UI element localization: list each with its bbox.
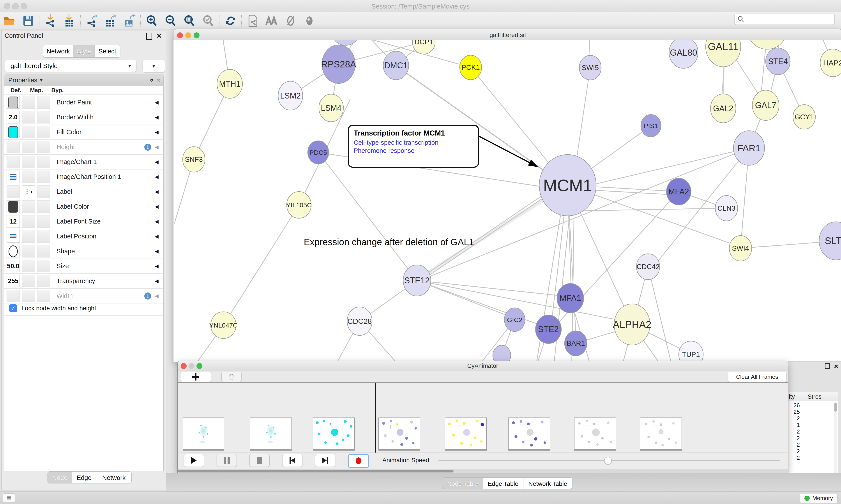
- cell-def[interactable]: [6, 96, 20, 109]
- cell-map[interactable]: [22, 111, 35, 124]
- table-cell[interactable]: 2: [788, 442, 800, 448]
- expand-row-icon[interactable]: ◀: [155, 278, 159, 284]
- pause-button[interactable]: [217, 454, 237, 467]
- cell-map[interactable]: [22, 96, 35, 109]
- network-window-titlebar[interactable]: galFiltered.sif: [174, 29, 841, 40]
- info-icon[interactable]: i: [144, 292, 151, 300]
- cell-map[interactable]: [22, 141, 35, 153]
- expand-row-icon[interactable]: ◀: [155, 100, 159, 105]
- network-node-topcut[interactable]: [332, 40, 359, 45]
- stop-button[interactable]: [249, 454, 270, 467]
- network-edge[interactable]: [648, 267, 671, 361]
- property-row-border-width[interactable]: 2.0Border Width◀: [4, 110, 163, 125]
- network-file-icon[interactable]: [244, 14, 262, 28]
- cell-byp[interactable]: [37, 126, 50, 138]
- cell-byp[interactable]: [37, 290, 50, 302]
- memory-button[interactable]: Memory: [800, 493, 838, 503]
- animation-frame-4[interactable]: [378, 417, 420, 449]
- cell-byp[interactable]: [37, 275, 50, 287]
- close-panel-icon[interactable]: ×: [834, 362, 838, 371]
- cell-byp[interactable]: [37, 170, 50, 183]
- expand-row-icon[interactable]: ◀: [155, 264, 159, 269]
- cell-byp[interactable]: [37, 245, 50, 257]
- tab-edge[interactable]: Edge: [72, 472, 96, 483]
- export-network-icon[interactable]: [82, 14, 101, 28]
- cell-map[interactable]: [22, 156, 35, 168]
- collapse-all-icon[interactable]: »: [155, 78, 162, 82]
- import-network-icon[interactable]: [41, 14, 60, 28]
- property-row-label-color[interactable]: Label Color◀: [4, 199, 163, 214]
- property-row-height[interactable]: Heighti◀: [4, 140, 163, 155]
- cell-byp[interactable]: [37, 200, 50, 213]
- add-frame-button[interactable]: [180, 372, 211, 382]
- cell-def[interactable]: [6, 126, 20, 138]
- property-row-label[interactable]: ⋮›Label◀: [4, 184, 163, 199]
- annotation-link-1[interactable]: Cell-type-specific transcription: [354, 139, 473, 146]
- tab-node-table[interactable]: Node Table: [442, 478, 483, 489]
- property-row-size[interactable]: 50.0Size◀: [4, 259, 163, 274]
- table-scrollbar[interactable]: [834, 402, 837, 481]
- network-edge[interactable]: [578, 208, 727, 211]
- export-table-icon[interactable]: [101, 14, 120, 28]
- cell-def[interactable]: [6, 170, 20, 183]
- delete-frame-button[interactable]: [221, 372, 241, 382]
- panel-menu-button[interactable]: ≣: [3, 493, 15, 503]
- network-edge[interactable]: [318, 152, 417, 281]
- cell-byp[interactable]: [37, 141, 50, 153]
- cell-def[interactable]: [6, 156, 20, 168]
- zoom-in-icon[interactable]: [142, 14, 161, 28]
- lock-size-checkbox[interactable]: ✓: [9, 304, 17, 312]
- column-header-stress[interactable]: Stres: [808, 393, 822, 400]
- search-box[interactable]: [734, 14, 835, 25]
- cell-def[interactable]: 255: [6, 275, 20, 287]
- network-edge[interactable]: [740, 241, 830, 248]
- style-select[interactable]: galFiltered Style ▾: [5, 60, 137, 72]
- info-icon[interactable]: i: [144, 144, 151, 151]
- skip-to-start-button[interactable]: [282, 454, 302, 467]
- property-row-border-paint[interactable]: Border Paint◀: [4, 95, 163, 110]
- style-options-button[interactable]: ▾: [143, 60, 165, 72]
- cell-def[interactable]: [6, 290, 20, 302]
- cell-def[interactable]: [6, 230, 20, 242]
- cyanimator-timeline[interactable]: 0123456789 Seconds: [178, 383, 788, 447]
- table-cell[interactable]: 25: [788, 409, 800, 415]
- table-cell[interactable]: 2: [788, 454, 800, 461]
- expand-row-icon[interactable]: ◀: [155, 249, 159, 254]
- column-header-ity[interactable]: ity: [789, 393, 795, 400]
- animation-frame-6[interactable]: [508, 417, 550, 449]
- property-row-image-chart-position-1[interactable]: Image/Chart Position 1◀: [4, 169, 163, 184]
- expand-row-icon[interactable]: ◀: [155, 114, 159, 120]
- cell-map[interactable]: [22, 275, 35, 287]
- tab-style[interactable]: Style: [73, 45, 95, 57]
- animation-frame-8[interactable]: [640, 417, 682, 449]
- show-selected-icon[interactable]: [300, 14, 319, 28]
- zoom-selected-icon[interactable]: [199, 14, 218, 28]
- cell-def[interactable]: [6, 200, 20, 213]
- refresh-layout-icon[interactable]: [221, 14, 240, 28]
- close-panel-icon[interactable]: ✕: [156, 33, 162, 39]
- animation-frame-2[interactable]: [250, 417, 292, 449]
- cell-def[interactable]: 2.0: [6, 111, 20, 124]
- cell-byp[interactable]: [37, 230, 50, 242]
- tab-network-bottom[interactable]: Network: [96, 472, 131, 483]
- cell-def[interactable]: [6, 185, 20, 198]
- property-row-image-chart-1[interactable]: Image/Chart 1◀: [4, 155, 163, 169]
- timeline-playhead[interactable]: [375, 383, 376, 453]
- cell-map[interactable]: ⋮›: [22, 185, 35, 198]
- cell-map[interactable]: [22, 260, 35, 272]
- cell-map[interactable]: [22, 230, 35, 242]
- network-edge[interactable]: [471, 68, 552, 167]
- cell-map[interactable]: [22, 215, 35, 228]
- property-row-transparency[interactable]: 255Transparency◀: [4, 274, 163, 289]
- hide-selected-icon[interactable]: [281, 14, 300, 28]
- cell-map[interactable]: [22, 170, 35, 183]
- table-cell[interactable]: 1: [788, 422, 800, 428]
- tab-edge-table[interactable]: Edge Table: [483, 478, 523, 489]
- animation-frame-7[interactable]: [574, 417, 616, 449]
- zoom-fit-icon[interactable]: [180, 14, 199, 28]
- property-row-shape[interactable]: Shape◀: [4, 244, 163, 259]
- expand-row-icon[interactable]: ◀: [155, 234, 159, 239]
- cell-def[interactable]: 12: [6, 215, 20, 228]
- cell-map[interactable]: [22, 290, 35, 302]
- float-panel-icon[interactable]: [825, 363, 830, 370]
